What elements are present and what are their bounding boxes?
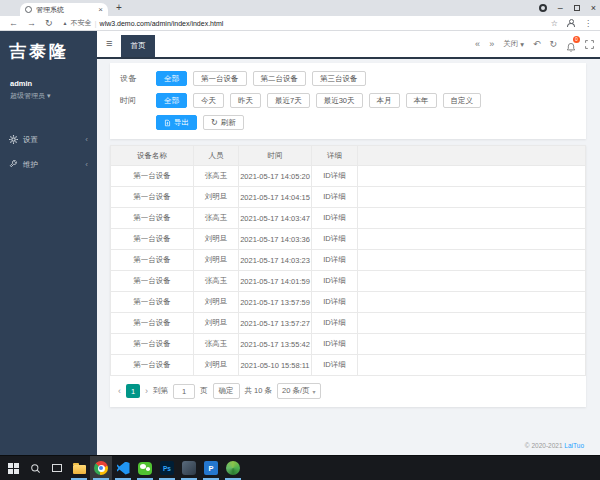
user-role-label: 超级管理员 xyxy=(10,91,45,101)
close-tabs-dropdown[interactable]: 关闭 ▾ xyxy=(503,39,524,49)
cell-filler xyxy=(358,334,586,355)
cell-detail-link[interactable]: ID详细 xyxy=(312,229,358,250)
refresh-button[interactable]: ↻ 刷新 xyxy=(203,115,244,130)
cell-detail-link[interactable]: ID详细 xyxy=(312,208,358,229)
page-size-select[interactable]: 20 条/页 ▾ xyxy=(277,383,321,399)
cell-person: 张高玉 xyxy=(194,271,239,292)
time-option-3[interactable]: 最近7天 xyxy=(267,93,310,108)
time-option-6[interactable]: 本年 xyxy=(406,93,437,108)
hamburger-menu-icon[interactable]: ≡ xyxy=(106,38,112,49)
cell-time: 2021-05-17 13:57:59 xyxy=(239,292,312,313)
dark-app-icon xyxy=(182,461,196,475)
browser-back-icon[interactable]: ← xyxy=(9,19,18,28)
window-minimize-button[interactable]: – xyxy=(558,4,563,13)
bookmark-star-icon[interactable]: ☆ xyxy=(551,19,558,28)
url-field[interactable]: ▲ 不安全 | wlw3.demo.com/admin/index/index.… xyxy=(63,18,551,28)
window-close-button[interactable]: × xyxy=(591,4,596,13)
export-label: 导出 xyxy=(174,116,189,129)
device-option-0[interactable]: 全部 xyxy=(156,71,187,86)
browser-profile-icon[interactable] xyxy=(539,4,547,12)
browser-reload-icon[interactable]: ↻ xyxy=(45,19,53,28)
cell-device-name: 第一台设备 xyxy=(111,208,194,229)
sidebar-item-settings[interactable]: 设置 ‹ xyxy=(0,127,97,152)
goto-suffix-label: 页 xyxy=(200,386,208,396)
col-person: 人员 xyxy=(194,146,239,166)
export-icon xyxy=(164,119,171,127)
taskbar-chrome[interactable] xyxy=(90,456,112,480)
cell-detail-link[interactable]: ID详细 xyxy=(312,292,358,313)
page-next-icon[interactable]: › xyxy=(145,387,148,396)
cell-detail-link[interactable]: ID详细 xyxy=(312,250,358,271)
time-option-1[interactable]: 今天 xyxy=(193,93,224,108)
chevron-left-icon: ‹ xyxy=(85,135,88,144)
tab-close-icon[interactable]: × xyxy=(98,6,103,14)
fullscreen-icon[interactable] xyxy=(585,35,594,53)
start-button[interactable] xyxy=(2,456,24,480)
taskbar-file-explorer[interactable] xyxy=(68,456,90,480)
browser-tab[interactable]: 管理系统 × xyxy=(20,3,108,16)
window-maximize-button[interactable] xyxy=(574,5,580,11)
device-option-3[interactable]: 第三台设备 xyxy=(312,71,366,86)
taskbar-vscode[interactable] xyxy=(112,456,134,480)
cell-device-name: 第一台设备 xyxy=(111,166,194,187)
admin-app-window: 吉泰隆 admin 超级管理员 ▾ xyxy=(0,31,600,455)
vscode-icon xyxy=(117,462,130,475)
page-prev-icon[interactable]: ‹ xyxy=(118,387,121,396)
browser-tab-title: 管理系统 xyxy=(36,5,94,15)
wrench-icon xyxy=(9,160,18,169)
cell-detail-link[interactable]: ID详细 xyxy=(312,187,358,208)
cell-detail-link[interactable]: ID详细 xyxy=(312,355,358,376)
taskbar-app-dark[interactable] xyxy=(178,456,200,480)
tab-scroll-right-icon[interactable]: » xyxy=(489,40,494,49)
export-button[interactable]: 导出 xyxy=(156,115,197,130)
sidebar-item-maintenance[interactable]: 维护 ‹ xyxy=(0,152,97,177)
cell-detail-link[interactable]: ID详细 xyxy=(312,334,358,355)
taskbar-wechat[interactable] xyxy=(134,456,156,480)
page-number-current[interactable]: 1 xyxy=(126,384,140,398)
device-option-2[interactable]: 第二台设备 xyxy=(253,71,307,86)
taskbar-photoshop[interactable]: Ps xyxy=(156,456,178,480)
time-option-5[interactable]: 本月 xyxy=(369,93,400,108)
page-refresh-icon[interactable]: ↻ xyxy=(549,40,557,49)
browser-user-icon[interactable] xyxy=(567,19,575,27)
table-row: 第一台设备刘明旦2021-05-17 14:04:15ID详细 xyxy=(111,187,586,208)
main-content: 设备 全部第一台设备第二台设备第三台设备 时间 全部今天昨天最近7天最近30天本… xyxy=(97,59,600,455)
cell-detail-link[interactable]: ID详细 xyxy=(312,313,358,334)
goto-confirm-button[interactable]: 确定 xyxy=(213,383,240,399)
cell-device-name: 第一台设备 xyxy=(111,355,194,376)
cell-device-name: 第一台设备 xyxy=(111,250,194,271)
user-block: admin 超级管理员 ▾ xyxy=(0,63,97,101)
cell-device-name: 第一台设备 xyxy=(111,229,194,250)
table-row: 第一台设备张高玉2021-05-17 14:05:20ID详细 xyxy=(111,166,586,187)
cell-device-name: 第一台设备 xyxy=(111,292,194,313)
taskbar-app-green[interactable] xyxy=(222,456,244,480)
task-view-button[interactable] xyxy=(46,456,68,480)
table-row: 第一台设备张高玉2021-05-17 13:55:42ID详细 xyxy=(111,334,586,355)
brand-link[interactable]: LaiTuo xyxy=(564,442,584,449)
tab-home[interactable]: 首页 xyxy=(121,35,155,57)
time-option-2[interactable]: 昨天 xyxy=(230,93,261,108)
p-app-icon: P xyxy=(204,461,218,475)
cell-detail-link[interactable]: ID详细 xyxy=(312,271,358,292)
device-option-1[interactable]: 第一台设备 xyxy=(193,71,247,86)
cell-filler xyxy=(358,250,586,271)
table-row: 第一台设备刘明旦2021-05-10 15:58:11ID详细 xyxy=(111,355,586,376)
time-option-7[interactable]: 自定义 xyxy=(443,93,482,108)
new-tab-button[interactable]: + xyxy=(116,2,122,13)
time-option-4[interactable]: 最近30天 xyxy=(316,93,363,108)
cell-detail-link[interactable]: ID详细 xyxy=(312,166,358,187)
taskbar-search-button[interactable] xyxy=(24,456,46,480)
browser-forward-icon[interactable]: → xyxy=(27,19,36,28)
user-role-dropdown[interactable]: 超级管理员 ▾ xyxy=(10,91,97,101)
page-size-label: 20 条/页 xyxy=(282,386,310,396)
notification-bell-icon[interactable]: 0 xyxy=(566,39,576,50)
tab-scroll-left-icon[interactable]: « xyxy=(475,40,480,49)
browser-menu-icon[interactable]: ⋮ xyxy=(584,19,592,28)
time-option-0[interactable]: 全部 xyxy=(156,93,187,108)
goto-prefix-label: 到第 xyxy=(153,386,168,396)
goto-page-input[interactable]: 1 xyxy=(173,384,195,399)
table-row: 第一台设备刘明旦2021-05-17 13:57:27ID详细 xyxy=(111,313,586,334)
taskbar-app-p[interactable]: P xyxy=(200,456,222,480)
undo-icon[interactable]: ↶ xyxy=(533,40,541,49)
cell-device-name: 第一台设备 xyxy=(111,271,194,292)
